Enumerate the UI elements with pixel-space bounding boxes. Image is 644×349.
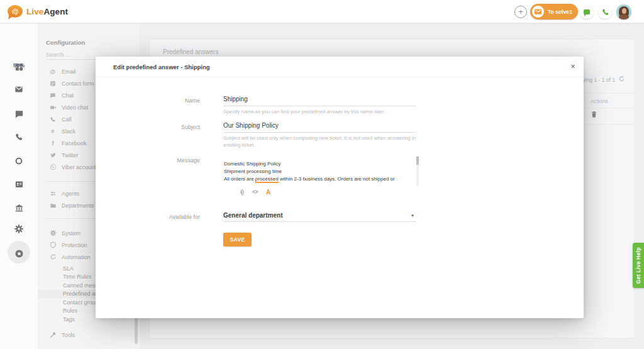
to-solve-count: 1 bbox=[569, 9, 572, 15]
company-nav[interactable] bbox=[0, 204, 38, 213]
chevron-down-icon[interactable]: ▼ bbox=[411, 214, 414, 218]
name-input-underline bbox=[223, 106, 416, 106]
message-text: within 2-3 business days. Orders are not… bbox=[279, 176, 395, 182]
to-solve-label: To solve bbox=[548, 9, 569, 15]
sidebar-item-label: Slack bbox=[62, 128, 75, 135]
trash-icon bbox=[590, 110, 598, 119]
sidebar-item-label: Tools bbox=[62, 332, 75, 338]
plus-icon: + bbox=[518, 7, 523, 16]
sidebar-item-label: SLA bbox=[63, 265, 74, 272]
gear-icon bbox=[49, 230, 57, 236]
folder-icon bbox=[49, 202, 57, 209]
phone-icon bbox=[49, 116, 57, 123]
close-icon[interactable]: × bbox=[569, 62, 577, 71]
name-label: Name bbox=[96, 97, 200, 104]
user-avatar[interactable] bbox=[616, 4, 631, 19]
avatar-body bbox=[619, 14, 629, 19]
message-textarea[interactable]: Domestic Shipping Policy Shipment proces… bbox=[223, 156, 420, 186]
message-line: Shipment processing time bbox=[224, 168, 415, 175]
subject-input[interactable]: Our Shipping Policy bbox=[223, 122, 279, 129]
available-for-underline bbox=[223, 221, 416, 222]
logo-bubble-icon: @ bbox=[8, 5, 23, 18]
phone-icon bbox=[601, 8, 609, 16]
chat-icon bbox=[584, 9, 590, 14]
to-solve-envelope-circle bbox=[532, 6, 544, 18]
get-live-help-label: Get Live Help bbox=[635, 247, 641, 284]
sidebar-item-label: Agents bbox=[62, 191, 79, 197]
liveagent-app: @ LiveAgent + To solve 1 50% bbox=[0, 0, 644, 349]
twitter-icon bbox=[49, 152, 57, 158]
configuration-nav[interactable] bbox=[0, 224, 38, 234]
message-line: Domestic Shipping Policy bbox=[224, 160, 415, 168]
dashboard-nav[interactable] bbox=[0, 62, 38, 72]
agents-icon bbox=[49, 191, 57, 197]
insert-code-button[interactable]: <> bbox=[252, 189, 258, 195]
shield-icon bbox=[49, 241, 57, 248]
sidebar-item-label: Email bbox=[62, 69, 76, 75]
sidebar-title: Configuration bbox=[46, 39, 85, 46]
to-solve-button[interactable]: To solve 1 bbox=[530, 4, 578, 19]
format-text-button[interactable]: A bbox=[266, 189, 270, 196]
mail-icon bbox=[14, 85, 24, 94]
subject-label: Subject bbox=[96, 124, 200, 130]
add-new-button[interactable]: + bbox=[514, 6, 527, 18]
viber-icon bbox=[49, 163, 57, 170]
modal-title: Edit predefined answer - Shipping bbox=[113, 64, 210, 70]
tickets-nav[interactable] bbox=[0, 85, 38, 94]
sync-icon bbox=[49, 253, 57, 260]
sidebar-item-label: Protection bbox=[62, 242, 87, 248]
actions-column-header: Actions bbox=[591, 98, 608, 104]
chat-bubble-icon bbox=[14, 109, 24, 119]
chats-button[interactable] bbox=[580, 5, 594, 19]
name-input[interactable]: Shipping bbox=[223, 96, 248, 102]
social-nav[interactable] bbox=[0, 157, 38, 165]
envelope-icon bbox=[534, 8, 542, 15]
avatar-face bbox=[622, 8, 626, 14]
sidebar-item-label: Chat bbox=[62, 92, 74, 99]
sidebar-item-label: Time Rules bbox=[63, 274, 91, 280]
sidebar-item-label: Viber accounts bbox=[62, 164, 99, 170]
page-title: Predefined answers bbox=[163, 48, 218, 55]
paperclip-icon bbox=[239, 189, 245, 197]
brand-live: Live bbox=[26, 7, 43, 16]
subject-input-underline bbox=[223, 132, 416, 133]
left-icon-rail: 50% bbox=[0, 23, 38, 349]
calls-button[interactable] bbox=[598, 5, 612, 19]
brand-text: LiveAgent bbox=[26, 7, 68, 16]
sidebar-item-label: System bbox=[62, 230, 80, 236]
sidebar-item-label: Automation bbox=[62, 254, 91, 260]
calls-nav[interactable] bbox=[0, 133, 38, 141]
liveagent-logo[interactable]: @ LiveAgent bbox=[8, 5, 68, 18]
upgrade-nav[interactable] bbox=[0, 249, 38, 258]
edit-predefined-answer-modal: Edit predefined answer - Shipping × Name… bbox=[96, 57, 584, 318]
tools-nav-group: Tools bbox=[38, 329, 140, 341]
delete-answer-button[interactable] bbox=[590, 110, 598, 119]
sidebar-item-label: Departments bbox=[62, 202, 94, 209]
video-camera-icon bbox=[49, 104, 57, 111]
available-for-select[interactable]: General department bbox=[223, 212, 282, 219]
gear-icon bbox=[14, 224, 24, 234]
sidebar-item-label: Rules bbox=[63, 307, 77, 314]
sidebar-item-label: Facebook bbox=[62, 140, 87, 147]
contact-form-icon bbox=[49, 80, 57, 87]
attach-file-button[interactable] bbox=[239, 189, 245, 197]
sidebar-item-label: Contact form bbox=[62, 80, 94, 87]
star-circle-icon bbox=[14, 249, 24, 258]
sidebar-item-tools[interactable]: Tools bbox=[38, 329, 140, 341]
save-button[interactable]: SAVE bbox=[223, 233, 252, 247]
refresh-icon[interactable] bbox=[618, 75, 625, 82]
subject-help-text: Subject will be used only when composing… bbox=[223, 135, 419, 148]
chat-bubble-icon bbox=[49, 92, 57, 99]
get-live-help-tab[interactable]: Get Live Help bbox=[633, 243, 644, 288]
logo-at-glyph: @ bbox=[12, 8, 19, 15]
chats-nav[interactable] bbox=[0, 109, 38, 119]
at-icon: @ bbox=[49, 68, 57, 75]
slack-icon: # bbox=[49, 128, 57, 135]
available-for-label: Available for bbox=[96, 214, 200, 220]
contacts-nav[interactable] bbox=[0, 180, 38, 189]
facebook-icon: f bbox=[49, 140, 57, 147]
sidebar-item-label: Twitter bbox=[62, 152, 79, 158]
message-scrollbar-thumb[interactable] bbox=[416, 157, 419, 165]
sidebar-item-label: Call bbox=[62, 116, 72, 123]
bank-icon bbox=[14, 204, 24, 213]
